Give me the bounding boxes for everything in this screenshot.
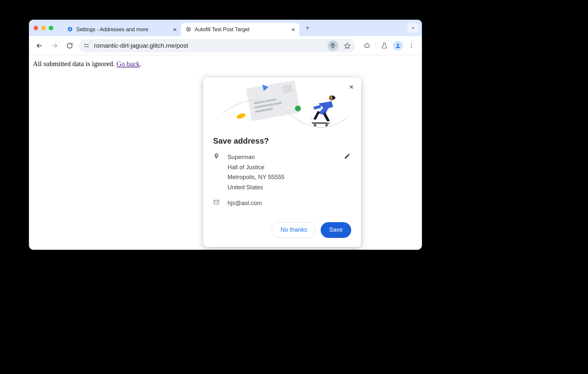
close-tab-button[interactable]: ✕: [172, 27, 178, 33]
no-thanks-button[interactable]: No thanks: [272, 222, 316, 238]
url-text: romantic-dirt-jaguar.glitch.me/post: [94, 42, 324, 49]
svg-point-12: [411, 45, 412, 46]
maximize-window-button[interactable]: [49, 26, 53, 30]
save-address-dialog: ✕: [203, 77, 361, 247]
gear-icon: [67, 26, 73, 33]
address-country: United States: [228, 182, 336, 193]
address-line1: Hall of Justice: [228, 162, 336, 173]
svg-point-26: [325, 124, 328, 127]
location-pin-icon: [213, 153, 220, 161]
edit-button[interactable]: [343, 152, 351, 160]
svg-point-25: [314, 124, 316, 127]
svg-point-20: [236, 112, 246, 120]
dialog-title: Save address?: [213, 136, 351, 146]
mail-icon: [213, 199, 220, 207]
labs-icon[interactable]: [379, 40, 390, 52]
dialog-actions: No thanks Save: [203, 214, 361, 238]
forward-button[interactable]: [49, 40, 61, 52]
profile-avatar[interactable]: [393, 41, 403, 51]
svg-point-11: [411, 43, 412, 44]
tabs-dropdown-button[interactable]: [407, 23, 419, 33]
page-content: All submitted data is ignored. Go back.: [29, 55, 422, 73]
page-text: All submitted data is ignored.: [33, 60, 116, 68]
email-row: hjs@aol.com: [213, 198, 351, 208]
overflow-menu-icon[interactable]: [405, 40, 417, 52]
svg-rect-15: [282, 84, 293, 93]
tab-title: Settings - Addresses and more: [76, 27, 168, 33]
globe-icon: [185, 26, 191, 33]
svg-point-10: [397, 44, 399, 46]
extensions-icon[interactable]: [361, 40, 373, 52]
page-text-suffix: .: [140, 60, 141, 68]
reload-button[interactable]: [64, 40, 76, 52]
location-pin-icon[interactable]: [328, 40, 338, 51]
toolbar-divider: [376, 42, 376, 50]
svg-rect-6: [84, 46, 87, 47]
go-back-link[interactable]: Go back: [116, 60, 140, 68]
svg-point-5: [87, 46, 88, 47]
email-text: hjs@aol.com: [228, 198, 351, 208]
tab-strip: Settings - Addresses and more ✕ Autofill…: [29, 20, 422, 36]
save-button[interactable]: Save: [321, 222, 351, 238]
browser-window: Settings - Addresses and more ✕ Autofill…: [29, 20, 422, 250]
svg-point-13: [411, 47, 412, 48]
new-tab-button[interactable]: +: [303, 23, 312, 33]
tab-autofill-test[interactable]: Autofill Test Post Target ✕: [181, 23, 299, 36]
svg-point-21: [295, 105, 301, 111]
svg-rect-4: [86, 44, 89, 45]
tab-settings[interactable]: Settings - Addresses and more ✕: [62, 23, 181, 36]
browser-toolbar: romantic-dirt-jaguar.glitch.me/post: [29, 36, 422, 55]
svg-rect-23: [313, 105, 321, 109]
minimize-window-button[interactable]: [41, 26, 46, 30]
address-text: Superman Hall of Justice Metropolis, NY …: [228, 152, 336, 192]
svg-point-3: [85, 44, 86, 45]
dialog-illustration: [203, 77, 361, 133]
window-controls: [34, 26, 53, 30]
site-settings-icon[interactable]: [83, 42, 90, 49]
close-tab-button[interactable]: ✕: [290, 27, 296, 33]
address-row: Superman Hall of Justice Metropolis, NY …: [213, 152, 351, 192]
back-button[interactable]: [34, 40, 45, 52]
close-window-button[interactable]: [34, 26, 38, 30]
address-name: Superman: [228, 152, 336, 162]
address-line2: Metropolis, NY 55555: [228, 172, 336, 182]
tab-title: Autofill Test Post Target: [195, 27, 287, 33]
bookmark-star-icon[interactable]: [342, 40, 353, 51]
svg-point-7: [332, 44, 333, 45]
address-bar[interactable]: romantic-dirt-jaguar.glitch.me/post: [79, 39, 355, 52]
svg-marker-8: [345, 43, 350, 48]
